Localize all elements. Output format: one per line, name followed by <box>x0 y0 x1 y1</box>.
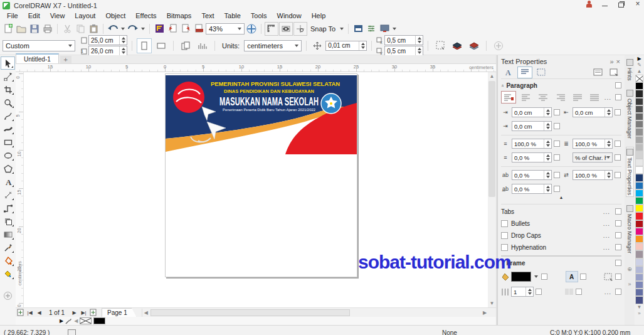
polygon-tool[interactable] <box>1 162 15 175</box>
close-button[interactable]: × <box>634 1 641 8</box>
color-swatch[interactable] <box>635 212 643 220</box>
drop-caps-more-button[interactable]: ... <box>544 232 612 239</box>
palette-flyout-arrow-icon[interactable]: ▶ <box>60 318 63 324</box>
palette-eyedropper-icon[interactable] <box>65 317 72 324</box>
color-swatch[interactable] <box>635 189 643 197</box>
character-properties-tab[interactable]: A <box>501 66 516 78</box>
show-rulers-icon[interactable] <box>265 22 278 36</box>
color-swatch[interactable] <box>635 105 643 113</box>
docker-side-tab[interactable]: Text Properties <box>626 147 633 196</box>
color-swatch[interactable] <box>635 250 643 258</box>
user-account-icon[interactable] <box>586 1 593 8</box>
import-icon[interactable] <box>166 23 179 35</box>
hyphenation-more-button[interactable]: ... <box>549 244 612 251</box>
color-swatch[interactable] <box>635 258 643 266</box>
space-before-field[interactable]: 100,0 % <box>512 139 552 149</box>
space-before-spinner[interactable] <box>544 139 551 148</box>
ellipse-tool[interactable] <box>1 149 15 162</box>
next-page-icon[interactable]: ▶ <box>70 309 79 317</box>
tabs-checkbox[interactable] <box>615 208 621 215</box>
menu-item[interactable]: Bitmaps <box>162 11 197 20</box>
color-swatch[interactable] <box>635 274 643 281</box>
color-swatch[interactable] <box>635 120 643 128</box>
application-launcher-icon[interactable] <box>352 23 364 35</box>
page-width-field[interactable]: 25,0 cm <box>88 35 127 45</box>
indent-left-spinner[interactable] <box>544 108 551 117</box>
landscape-orientation-button[interactable] <box>154 38 169 53</box>
docker-side-tab[interactable]: Macro Manager <box>626 205 633 253</box>
docker-collapse-icon[interactable]: » <box>608 58 615 65</box>
indent-right-spinner[interactable] <box>604 108 612 117</box>
color-swatch[interactable] <box>635 136 643 144</box>
redo-dropdown-icon[interactable] <box>141 28 145 30</box>
undo-icon[interactable] <box>107 23 119 35</box>
frame-more-checkbox[interactable] <box>615 289 621 295</box>
alignment-checkbox[interactable] <box>615 94 621 100</box>
horizontal-scroll-thumb[interactable] <box>150 309 350 316</box>
frame-section-checkbox[interactable] <box>615 260 621 266</box>
color-swatch[interactable] <box>635 159 643 166</box>
duplicate-x-field[interactable]: 0,5 cm <box>384 35 423 45</box>
frame-fill-checkbox[interactable] <box>541 274 547 280</box>
menu-item[interactable]: Window <box>272 11 307 20</box>
new-document-icon[interactable] <box>2 23 14 35</box>
palette-scroll-left-icon[interactable]: ◀ <box>74 318 78 324</box>
snap-enable-icon[interactable] <box>293 22 307 36</box>
banner-artwork[interactable]: PEMERINTAH PROVINSI SULAWESI SELATAN DIN… <box>166 75 357 154</box>
palette-options-arrow-icon[interactable]: ▶ <box>637 56 641 62</box>
color-swatch[interactable] <box>635 182 643 189</box>
paragraph-section-checkbox[interactable] <box>615 82 621 88</box>
add-tools-button[interactable] <box>1 289 15 302</box>
indent-left-field[interactable]: 0,0 cm <box>512 107 552 117</box>
restore-button[interactable] <box>618 1 625 8</box>
word-spacing-spinner[interactable] <box>604 171 612 179</box>
story-editor-icon[interactable] <box>590 66 605 78</box>
columns-field[interactable]: 1 <box>511 287 534 297</box>
interactive-fill-tool[interactable] <box>1 254 15 267</box>
hyphenation-checkbox[interactable] <box>501 244 508 251</box>
bullets-row[interactable]: Bullets ... <box>501 218 621 228</box>
language-spacing-checkbox[interactable] <box>554 186 560 192</box>
units-select[interactable]: centimeters <box>244 40 302 51</box>
alignment-more-button[interactable]: ... <box>604 94 613 101</box>
paragraph-section-header[interactable]: » Paragraph <box>501 80 621 90</box>
open-icon[interactable] <box>15 23 28 35</box>
hyphenation-row[interactable]: Hyphenation ... <box>501 242 621 252</box>
page-height-field[interactable]: 26,0 cm <box>88 46 127 56</box>
column-layout-checkbox[interactable] <box>576 289 582 295</box>
export-icon[interactable] <box>179 23 192 35</box>
spacing-unit-select[interactable]: % of Char. h... <box>573 152 613 162</box>
docker-close-icon[interactable]: × <box>615 58 621 65</box>
space-after-checkbox[interactable] <box>615 141 621 147</box>
no-color-swatch[interactable] <box>635 75 643 82</box>
nudge-offset-field[interactable]: 0,01 cm <box>325 41 367 51</box>
text-tool[interactable]: A <box>1 175 15 188</box>
drop-caps-checkbox[interactable] <box>501 232 508 239</box>
tabs-section-row[interactable]: Tabs ... <box>501 206 621 216</box>
black-color-swatch[interactable] <box>93 317 105 324</box>
freehand-tool[interactable] <box>1 109 15 122</box>
docker-side-tab[interactable]: Object Manager <box>626 90 633 139</box>
frame-text-color-button[interactable]: A <box>566 271 578 282</box>
color-swatch[interactable] <box>635 151 643 159</box>
previous-page-icon[interactable]: ◀ <box>34 309 44 317</box>
minimize-button[interactable] <box>601 1 609 8</box>
drop-shadow-tool[interactable] <box>1 215 15 228</box>
menu-item[interactable]: Text <box>196 11 219 20</box>
color-swatch[interactable] <box>635 235 643 243</box>
word-spacing-checkbox[interactable] <box>615 172 621 178</box>
frame-fill-dropdown-icon[interactable] <box>534 275 538 278</box>
first-line-indent-checkbox[interactable] <box>554 123 560 129</box>
frame-fit-icon[interactable] <box>604 272 613 281</box>
menu-item[interactable]: Object <box>100 11 130 20</box>
tab-strip-overflow-icon[interactable]: » <box>628 281 631 287</box>
duplicate-y-spinner[interactable] <box>415 46 423 55</box>
publish-pdf-icon[interactable] <box>193 23 205 35</box>
palette-expand-icon[interactable]: » <box>638 311 640 317</box>
no-color-swatch[interactable] <box>80 317 92 324</box>
zoom-level-select[interactable]: 43% <box>206 23 245 35</box>
space-before-checkbox[interactable] <box>554 141 560 147</box>
hyphenation-state-checkbox[interactable] <box>615 244 621 250</box>
line-spacing-field[interactable]: 0,0 % <box>512 152 552 162</box>
space-after-field[interactable]: 100,0 % <box>573 139 613 149</box>
